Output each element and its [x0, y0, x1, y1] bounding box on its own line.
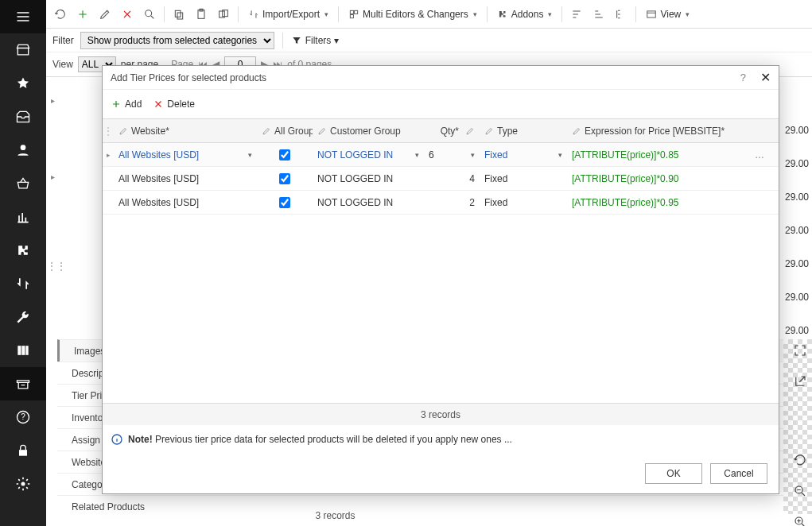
gear-icon[interactable] [0, 467, 46, 501]
all-groups-checkbox[interactable] [279, 149, 290, 161]
grid-header: ⋮ Website* All Groups Customer Group Qty… [103, 119, 779, 143]
note-bold: Note! [128, 434, 153, 445]
ok-button[interactable]: OK [645, 463, 702, 484]
type-cell[interactable]: Fixed [484, 197, 507, 208]
tier-prices-dialog: Add Tier Prices for selected products ? … [102, 65, 779, 494]
qty-cell[interactable]: 2 [469, 197, 475, 208]
sort-asc-icon[interactable] [567, 5, 586, 24]
filter-select[interactable]: Show products from selected categories [80, 32, 274, 49]
row-expander-icon[interactable]: ▸ [51, 172, 55, 181]
dialog-close-icon[interactable]: ✕ [760, 70, 771, 85]
chevron-down-icon[interactable]: ▾ [558, 151, 562, 159]
add-row-button[interactable]: Add [111, 99, 142, 110]
zoom-out-icon[interactable] [793, 484, 807, 501]
external-icon[interactable] [793, 374, 807, 391]
svg-rect-10 [177, 13, 183, 19]
multi-editors-label: Multi Editors & Changers [363, 9, 468, 20]
basket-icon[interactable] [0, 167, 46, 200]
store-icon[interactable] [0, 33, 46, 67]
view-row-label: View [52, 59, 73, 70]
reload-icon[interactable] [793, 453, 807, 470]
website-cell[interactable]: All Websites [USD] [118, 197, 199, 208]
preview-tools [793, 343, 807, 526]
type-cell[interactable]: Fixed [484, 149, 507, 161]
row-more-icon[interactable]: … [750, 149, 766, 161]
lock-icon[interactable] [0, 434, 46, 467]
website-cell[interactable]: All Websites [USD] [118, 173, 199, 184]
col-type[interactable]: Type [480, 126, 567, 137]
help-icon[interactable]: ? [0, 400, 46, 434]
col-customer-group[interactable]: Customer Group [313, 126, 424, 137]
expr-cell[interactable]: [ATTRIBUTE(price)]*0.90 [572, 173, 678, 184]
row-expander-icon[interactable]: ▸ [51, 96, 55, 105]
zoom-in-icon[interactable] [793, 515, 807, 526]
multi-editors-dropdown[interactable]: Multi Editors & Changers▾ [344, 4, 482, 25]
grid-row[interactable]: ▸ All Websites [USD]▾ NOT LOGGED IN▾ 6 ▾… [103, 143, 779, 167]
chevron-down-icon[interactable]: ▾ [471, 151, 475, 159]
info-icon [111, 433, 123, 446]
expr-cell[interactable]: [ATTRIBUTE(price)]*0.85 [572, 149, 678, 161]
qty-cell[interactable]: 6 [429, 149, 434, 161]
dialog-help-icon[interactable]: ? [740, 72, 746, 83]
cancel-button[interactable]: Cancel [710, 463, 767, 484]
drag-col: ⋮ [103, 126, 114, 137]
group-cell[interactable]: NOT LOGGED IN [317, 197, 393, 208]
expr-cell[interactable]: [ATTRIBUTE(price)]*0.95 [572, 197, 678, 208]
svg-rect-16 [355, 10, 358, 14]
col-all-groups[interactable]: All Groups [257, 126, 313, 137]
chevron-down-icon[interactable]: ▾ [248, 151, 252, 159]
price-cell: 29.00 [785, 325, 809, 336]
svg-rect-6 [19, 450, 27, 456]
svg-point-0 [21, 145, 26, 150]
chevron-down-icon[interactable]: ▾ [415, 151, 419, 159]
user-icon[interactable] [0, 133, 46, 167]
addons-dropdown[interactable]: Addons▾ [492, 4, 558, 25]
import-export-dropdown[interactable]: Import/Export▾ [243, 4, 333, 25]
paste-icon[interactable] [192, 5, 211, 24]
archive-icon[interactable] [0, 367, 46, 400]
expand-icon[interactable] [793, 343, 807, 360]
delete-row-button[interactable]: Delete [153, 99, 195, 110]
col-expression[interactable]: Expression for Price [WEBSITE]* [567, 126, 750, 137]
svg-point-8 [146, 10, 152, 16]
sort-desc-icon[interactable] [589, 5, 608, 24]
inbox-icon[interactable] [0, 100, 46, 133]
view-dropdown[interactable]: View▾ [641, 4, 694, 25]
puzzle-icon[interactable] [0, 234, 46, 267]
add-icon[interactable] [73, 5, 92, 24]
tree-icon[interactable] [612, 5, 631, 24]
search-icon[interactable] [140, 5, 159, 24]
col-qty[interactable]: Qty* [424, 126, 480, 137]
bottom-records: 3 records [57, 510, 613, 521]
all-groups-checkbox[interactable] [279, 197, 290, 208]
copy-icon[interactable] [169, 5, 188, 24]
top-toolbar: Import/Export▾ Multi Editors & Changers▾… [46, 0, 812, 29]
chart-icon[interactable] [0, 200, 46, 234]
price-cell: 29.00 [785, 258, 809, 269]
menu-icon[interactable] [0, 0, 46, 33]
columns-icon[interactable] [0, 334, 46, 367]
grid-row[interactable]: All Websites [USD] NOT LOGGED IN 2 Fixed… [103, 191, 779, 215]
website-cell[interactable]: All Websites [USD] [118, 149, 199, 161]
transfer-icon[interactable] [0, 267, 46, 300]
type-cell[interactable]: Fixed [484, 173, 507, 184]
grid-row[interactable]: All Websites [USD] NOT LOGGED IN 4 Fixed… [103, 167, 779, 191]
svg-point-7 [21, 482, 25, 486]
group-cell[interactable]: NOT LOGGED IN [317, 149, 393, 161]
col-website[interactable]: Website* [114, 126, 257, 137]
row-expand-icon[interactable]: ▸ [107, 151, 111, 159]
filters-label: Filters [305, 35, 332, 46]
wrench-icon[interactable] [0, 300, 46, 334]
delete-icon[interactable] [118, 5, 137, 24]
edit-icon[interactable] [95, 5, 115, 24]
star-icon[interactable] [0, 67, 46, 100]
split-grip-icon[interactable]: ⋮⋮ [46, 260, 65, 273]
price-cell: 29.00 [785, 225, 809, 236]
price-column: 29.00 29.00 29.00 29.00 29.00 29.00 29.0… [785, 125, 809, 369]
filters-button[interactable]: Filters▾ [291, 35, 340, 46]
clone-icon[interactable] [214, 5, 233, 24]
qty-cell[interactable]: 4 [469, 173, 475, 184]
all-groups-checkbox[interactable] [279, 173, 290, 184]
refresh-icon[interactable] [51, 5, 70, 24]
group-cell[interactable]: NOT LOGGED IN [317, 173, 393, 184]
